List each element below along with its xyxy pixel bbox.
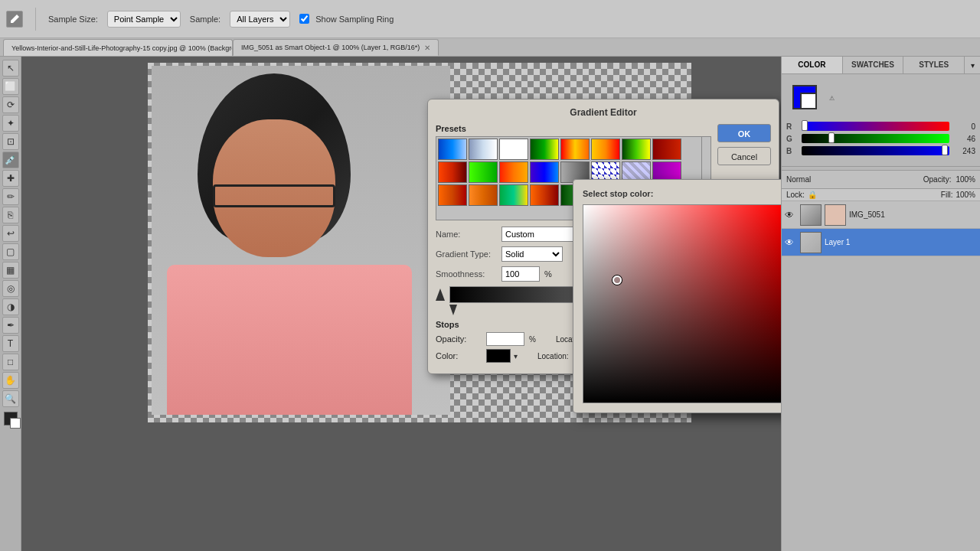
r-slider-container[interactable]: [802, 122, 949, 131]
r-slider-thumb[interactable]: [802, 120, 808, 131]
right-panel: COLOR SWATCHES STYLES ▾ ⚠ R: [781, 57, 980, 551]
opacity-toolbar-value: 100%: [956, 175, 975, 184]
smoothness-label: Smoothness:: [436, 269, 497, 279]
gradient-stop-top[interactable]: [436, 289, 445, 301]
pen-tool[interactable]: ✒: [2, 317, 19, 334]
preset-5[interactable]: [591, 139, 620, 160]
tab-0[interactable]: Yellows-Interior-and-Still-Life-Photogra…: [3, 39, 233, 56]
background-color[interactable]: [10, 418, 21, 429]
toolbox: ↖ ⬜ ⟳ ✦ ⊡ 💉 ✚ ✏ ⎘ ↩ ▢ ▦ ◎ ◑ ✒ T □ ✋ 🔍: [0, 57, 21, 551]
glasses-shape: [213, 184, 335, 207]
b-slider-container[interactable]: [802, 146, 949, 155]
color-picker-title: Select stop color:: [583, 189, 781, 198]
zoom-tool[interactable]: 🔍: [2, 390, 19, 407]
heal-tool[interactable]: ✚: [2, 170, 19, 187]
preset-11[interactable]: [530, 161, 559, 183]
tab-1[interactable]: IMG_5051 as Smart Object-1 @ 100% (Layer…: [233, 39, 439, 56]
preset-18[interactable]: [499, 184, 528, 206]
presets-label: Presets: [436, 124, 711, 133]
brush-tool[interactable]: ✏: [2, 188, 19, 205]
eyedropper-tool[interactable]: [6, 11, 23, 28]
color-stop-swatch[interactable]: [486, 349, 511, 363]
preset-9[interactable]: [469, 161, 498, 183]
eraser-tool[interactable]: ▢: [2, 243, 19, 260]
preset-8[interactable]: [438, 161, 467, 183]
gradient-type-label: Gradient Type:: [436, 249, 497, 259]
layers-toolbar: Normal Opacity: 100%: [782, 171, 980, 189]
clone-tool[interactable]: ⎘: [2, 207, 19, 223]
gradient-stop-bottom-left[interactable]: [449, 305, 457, 315]
preset-10[interactable]: [499, 161, 528, 183]
spectrum-cursor: [612, 276, 622, 285]
opacity-input[interactable]: [486, 332, 524, 346]
hand-tool[interactable]: ✋: [2, 372, 19, 389]
tab-swatches[interactable]: SWATCHES: [843, 57, 904, 73]
text-tool[interactable]: T: [2, 335, 19, 352]
g-slider-track: [802, 134, 949, 143]
preset-19[interactable]: [530, 184, 559, 206]
gradient-ok-button[interactable]: OK: [717, 124, 771, 142]
layer-0-name: IMG_5051: [849, 210, 977, 219]
layer-1-thumb: [800, 232, 822, 253]
eyedropper-tool-sidebar[interactable]: 💉: [2, 152, 19, 168]
layer-1-visibility[interactable]: 👁: [785, 237, 797, 248]
preset-4[interactable]: [560, 139, 590, 160]
color-spectrum[interactable]: [583, 204, 781, 403]
lock-label: Lock:: [786, 191, 805, 199]
sep1: [35, 8, 36, 31]
show-ring-checkbox[interactable]: [299, 14, 309, 24]
shape-tool[interactable]: □: [2, 354, 19, 370]
history-tool[interactable]: ↩: [2, 225, 19, 242]
smoothness-input[interactable]: [501, 266, 540, 282]
sample-size-select[interactable]: Point Sample: [107, 11, 181, 28]
color-stop-dropdown[interactable]: ▾: [514, 352, 518, 360]
preset-6[interactable]: [622, 139, 651, 160]
blur-tool[interactable]: ◎: [2, 280, 19, 297]
g-slider-container[interactable]: [802, 134, 949, 143]
preset-7[interactable]: [652, 139, 681, 160]
background-swatch[interactable]: [800, 93, 817, 109]
foreground-color[interactable]: [4, 412, 18, 425]
opacity-toolbar-label: Opacity:: [923, 175, 952, 184]
g-slider-thumb[interactable]: [828, 132, 835, 143]
lock-icon[interactable]: 🔒: [808, 191, 817, 199]
r-value: 0: [952, 122, 975, 131]
layer-0-thumb: [800, 204, 822, 226]
r-slider-label: R: [786, 122, 799, 131]
gradient-tool[interactable]: ▦: [2, 262, 19, 279]
sample-select[interactable]: All Layers: [230, 11, 290, 28]
preset-16[interactable]: [438, 184, 467, 206]
tab-styles[interactable]: STYLES: [903, 57, 965, 73]
fg-bg-swatch-area: [786, 79, 825, 117]
color-picker-dialog: Select stop color: new: [573, 179, 781, 413]
tab-1-close[interactable]: ✕: [424, 44, 430, 52]
move-tool[interactable]: ↖: [2, 60, 19, 77]
top-bar: Sample Size: Point Sample Sample: All La…: [0, 0, 980, 38]
magic-wand-tool[interactable]: ✦: [2, 115, 19, 132]
preset-3[interactable]: [530, 139, 559, 160]
crop-tool[interactable]: ⊡: [2, 133, 19, 150]
g-slider-label: G: [786, 135, 799, 143]
gradient-type-select[interactable]: Solid: [501, 246, 563, 262]
b-slider-thumb[interactable]: [942, 145, 948, 155]
preset-17[interactable]: [469, 184, 498, 206]
gradient-cancel-button[interactable]: Cancel: [717, 147, 771, 165]
layer-0-visibility[interactable]: 👁: [785, 210, 797, 220]
panel-tabs: COLOR SWATCHES STYLES ▾: [782, 57, 980, 74]
gradient-editor-title: Gradient Editor: [436, 107, 771, 118]
marquee-tool[interactable]: ⬜: [2, 78, 19, 95]
layer-row-layer1[interactable]: 👁 Layer 1: [782, 229, 980, 256]
layer-row-img5051[interactable]: 👁 IMG_5051: [782, 201, 980, 229]
canvas-area: Gradient Editor Presets: [21, 57, 781, 551]
panel-menu[interactable]: ▾: [965, 57, 980, 73]
layer-1-name: Layer 1: [825, 238, 977, 246]
opacity-unit: %: [529, 335, 536, 344]
preset-1[interactable]: [469, 139, 498, 160]
tab-color[interactable]: COLOR: [782, 57, 843, 73]
preset-2[interactable]: [499, 139, 528, 160]
exclamation-icon: ⚠: [829, 95, 835, 102]
lasso-tool[interactable]: ⟳: [2, 96, 19, 113]
dodge-tool[interactable]: ◑: [2, 298, 19, 315]
opacity-label: Opacity:: [436, 334, 482, 344]
preset-0[interactable]: [438, 139, 467, 160]
